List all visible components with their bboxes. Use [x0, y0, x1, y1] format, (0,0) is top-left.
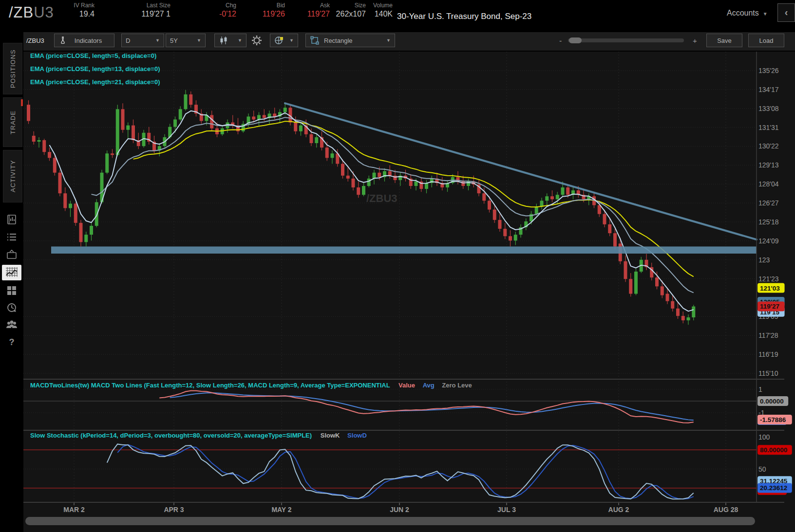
chart-background [23, 51, 795, 532]
history-icon[interactable] [5, 301, 19, 314]
active-drawing-tool-dropdown[interactable]: Rectangle ▼ [305, 34, 395, 47]
range-dropdown[interactable]: 5Y ▼ [166, 34, 206, 47]
macd-legend-zero: Zero Leve [442, 382, 472, 389]
header-bar: /ZBU3 IV Rank 19.4 Last Size 119'27 1 Ch… [0, 0, 795, 30]
stat-chg: Chg -0'12 [197, 2, 236, 19]
zoom-slider-thumb[interactable] [569, 37, 582, 43]
zoom-slider-track[interactable] [568, 38, 684, 42]
symbol-title: /ZBU3 [9, 4, 54, 21]
indicators-button[interactable]: Indicators [54, 34, 114, 47]
stat-last-size: Last Size 119'27 1 [122, 2, 170, 19]
zoom-in-button[interactable]: + [693, 37, 697, 45]
stoch-label-row: Slow Stochastic (kPeriod=14, dPeriod=3, … [30, 432, 367, 439]
watchlist-icon[interactable] [5, 231, 19, 243]
chevron-down-icon: ▼ [289, 38, 294, 43]
sidebar-tab-positions[interactable]: POSITIONS [3, 43, 22, 94]
chart-settings-button[interactable] [251, 35, 262, 48]
community-icon[interactable] [5, 318, 19, 331]
stat-bid: Bid 119'26 [246, 2, 285, 19]
drawing-set-icon [274, 36, 284, 45]
ema21-label: EMA (price=CLOSE, length=21, displace=0) [30, 78, 160, 86]
load-button[interactable]: Load [748, 34, 784, 47]
zoom-out-button[interactable]: - [559, 37, 562, 45]
help-icon[interactable]: ? [5, 336, 19, 349]
macd-label-row: MACDTwoLines(tw) MACD Two Lines (Fast Le… [30, 382, 472, 389]
accounts-dropdown[interactable]: Accounts▼ [727, 9, 768, 18]
symbol-input[interactable]: /ZBU3 [26, 34, 51, 47]
chart-type-dropdown[interactable]: ▼ [214, 34, 246, 47]
macd-title: MACDTwoLines(tw) MACD Two Lines (Fast Le… [30, 382, 390, 389]
stat-size: Size 262x107 [334, 2, 366, 19]
instrument-description: 30-Year U.S. Treasury Bond, Sep-23 [397, 12, 531, 21]
chart-toolbar: /ZBU3 Indicators D ▼ 5Y ▼ ▼ [23, 32, 795, 52]
trading-platform-window: 135'26134'17133'08131'31130'22129'13128'… [0, 0, 795, 532]
macd-legend-value: Value [398, 382, 415, 389]
macd-legend-avg: Avg [423, 382, 435, 389]
chevron-down-icon: ▼ [155, 38, 160, 43]
chevron-down-icon: ▼ [386, 38, 391, 43]
candlestick-chart-icon [219, 36, 228, 45]
gear-icon [251, 35, 262, 46]
chevron-down-icon: ▼ [197, 38, 201, 43]
sidebar-tab-trade[interactable]: TRADE [3, 97, 22, 147]
stoch-title: Slow Stochastic (kPeriod=14, dPeriod=3, … [30, 432, 312, 439]
drawing-set-dropdown[interactable]: ▼ [270, 34, 298, 47]
stat-ask: Ask 119'27 [291, 2, 330, 19]
stoch-legend-slowd: SlowD [347, 432, 367, 439]
symbol-root: /ZB [9, 4, 34, 21]
chevron-down-icon: ▼ [763, 11, 768, 17]
rectangle-tool-icon [310, 36, 320, 45]
sidebar-tab-activity[interactable]: ACTIVITY [3, 150, 22, 202]
indicators-icon [58, 36, 67, 45]
stat-iv-rank: IV Rank 19.4 [58, 2, 95, 19]
chevron-down-icon: ▼ [238, 38, 242, 43]
grid-icon[interactable] [5, 284, 19, 297]
trade-notification-badge [21, 99, 23, 106]
ema13-label: EMA (price=CLOSE, length=13, displace=0) [30, 65, 160, 73]
collapse-panel-button[interactable]: ‹ [777, 3, 795, 22]
ema5-label: EMA (price=CLOSE, length=5, displace=0) [30, 52, 156, 59]
symbol-suffix: U3 [34, 4, 54, 21]
tv-icon[interactable] [5, 248, 19, 261]
stoch-legend-slowk: SlowK [321, 432, 340, 439]
timeframe-dropdown[interactable]: D ▼ [121, 34, 164, 47]
report-icon[interactable] [5, 213, 19, 226]
chart-icon[interactable] [2, 265, 21, 280]
left-sidebar: POSITIONS TRADE ACTIVITY ? [0, 30, 23, 532]
save-button[interactable]: Save [706, 34, 742, 47]
stat-volume: Volume 140K [370, 2, 393, 19]
